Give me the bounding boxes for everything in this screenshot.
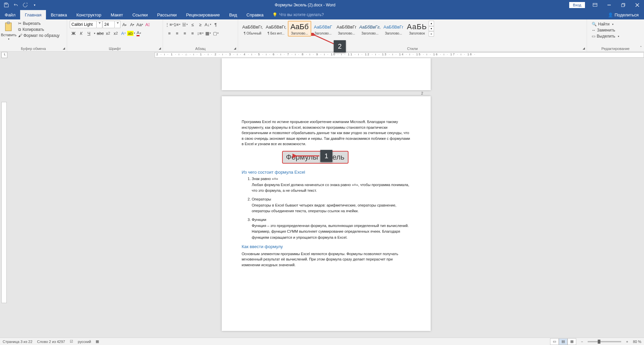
sort-button[interactable]: A↓ [204, 21, 212, 28]
underline-button[interactable]: Ч [85, 30, 93, 37]
underline-dropdown-icon[interactable]: ▾ [93, 30, 96, 37]
bullets-button[interactable]: ⋮≡ [166, 21, 173, 28]
style-heading5[interactable]: АаБбВвГгЗаголово... [382, 21, 405, 37]
highlight-button[interactable]: ab [127, 30, 135, 37]
style-title[interactable]: АаБЬЗаголовок [405, 21, 429, 37]
login-button[interactable]: Вход [569, 2, 585, 8]
subscript-button[interactable]: x2 [104, 30, 112, 37]
style-preview: АаБбВвГг, [242, 22, 263, 32]
tab-design[interactable]: Конструктор [72, 10, 106, 19]
cut-button[interactable]: ✂Вырезать [17, 21, 61, 26]
chevron-down-icon: ▾ [612, 23, 613, 26]
select-button[interactable]: ▭Выделить▾ [590, 34, 621, 39]
style-name: Заголово... [383, 32, 404, 35]
tab-insert[interactable]: Вставка [46, 10, 71, 19]
paste-button[interactable]: Вставить ▾ [1, 20, 16, 41]
share-icon: 👤 [608, 12, 613, 17]
tab-review[interactable]: Рецензирование [181, 10, 224, 19]
decrease-indent-button[interactable]: ≤ [189, 21, 196, 28]
style-preview: АаБбВвГг [383, 22, 403, 32]
find-button[interactable]: 🔍Найти▾ [590, 21, 621, 27]
chevron-down-icon: ▾ [618, 35, 619, 38]
styles-scroll: ▴ ▾ ≡ [429, 21, 434, 37]
style-name: Заголовок [406, 32, 428, 35]
numbering-button[interactable]: 1≡ [173, 21, 181, 28]
font-group-label: Шрифт [68, 47, 161, 51]
shading-button[interactable]: ▦ [204, 30, 212, 37]
style-no-spacing[interactable]: АаБбВвГг,¶ Без инт... [264, 21, 288, 37]
replace-icon: ↔ [592, 28, 596, 33]
styles-group-label: Стили [239, 47, 585, 51]
increase-indent-button[interactable]: ≥ [197, 21, 204, 28]
italic-button[interactable]: К [77, 30, 85, 37]
font-size-input[interactable]: 24 [103, 21, 115, 28]
replace-button[interactable]: ↔Заменить [590, 27, 621, 33]
style-heading1[interactable]: АаБбЗаголово... [288, 21, 311, 37]
justify-button[interactable]: ≡ [189, 30, 196, 37]
align-right-button[interactable]: ≡ [181, 30, 189, 37]
tab-selector-icon[interactable]: └ [1, 52, 7, 58]
ruler-marks: 2 · ı · 1 · ı · ⌂ · ı · 1 · ı · 2 · ı · … [155, 53, 476, 56]
ruler-area: └ 2 · ı · 1 · ı · ⌂ · ı · 1 · ı · 2 · ı … [0, 52, 644, 58]
chevron-down-icon: ▾ [8, 38, 9, 41]
tab-mailings[interactable]: Рассылки [152, 10, 181, 19]
style-heading3[interactable]: АаБбВвГгЗаголово... [335, 21, 358, 37]
multilevel-button[interactable]: ☱ [181, 21, 189, 28]
tab-home[interactable]: Главная [20, 10, 46, 19]
gallery-up-icon[interactable]: ▴ [429, 21, 434, 26]
clear-formatting-button[interactable]: A⃠ [144, 21, 151, 28]
align-left-button[interactable]: ≡ [166, 30, 173, 37]
copy-label: Копировать [22, 27, 44, 32]
line-spacing-button[interactable]: ↕≡ [197, 30, 204, 37]
gallery-more-icon[interactable]: ≡ [429, 31, 434, 37]
style-heading4[interactable]: АаБбВвГг,Заголово... [358, 21, 382, 37]
font-color-button[interactable]: A [135, 30, 143, 37]
font-name-dropdown-icon[interactable]: ˅ [97, 21, 102, 28]
style-name: Заголово... [336, 32, 357, 35]
gallery-down-icon[interactable]: ▾ [429, 26, 434, 32]
bold-button[interactable]: Ж [70, 30, 77, 37]
save-icon[interactable] [3, 1, 10, 9]
paragraph-launcher-icon[interactable]: ◢ [232, 46, 237, 51]
qat-dropdown-icon[interactable]: ▾ [31, 1, 38, 9]
group-editing: 🔍Найти▾ ↔Заменить ▭Выделить▾ Редактирова… [587, 19, 644, 51]
tab-view[interactable]: Вид [224, 10, 242, 19]
tell-me[interactable]: 💡 Что вы хотите сделать? [268, 10, 328, 19]
tab-help[interactable]: Справка [242, 10, 268, 19]
style-name: ¶ Обычный [242, 32, 263, 35]
grow-font-button[interactable]: A▴ [121, 21, 128, 28]
tab-layout[interactable]: Макет [106, 10, 128, 19]
svg-rect-0 [5, 3, 7, 4]
format-painter-button[interactable]: 🖌Формат по образцу [17, 33, 61, 38]
undo-icon[interactable] [12, 1, 19, 9]
shrink-font-button[interactable]: A▾ [128, 21, 136, 28]
font-name-input[interactable]: Calibri Light [70, 21, 97, 28]
collapse-ribbon-icon[interactable]: ˄ [640, 46, 642, 50]
style-normal[interactable]: АаБбВвГг,¶ Обычный [241, 21, 264, 37]
borders-button[interactable]: ▢ [212, 30, 219, 37]
change-case-button[interactable]: Aa [136, 21, 144, 28]
redo-icon[interactable] [21, 1, 29, 9]
minimize-icon[interactable] [602, 0, 616, 10]
font-launcher-icon[interactable]: ◢ [157, 46, 162, 51]
maximize-icon[interactable] [616, 0, 630, 10]
font-size-dropdown-icon[interactable]: ˅ [115, 21, 120, 28]
close-icon[interactable] [631, 0, 644, 10]
styles-launcher-icon[interactable]: ◢ [581, 46, 586, 51]
horizontal-ruler[interactable]: 2 · ı · 1 · ı · ⌂ · ı · 1 · ı · 2 · ı · … [155, 52, 644, 58]
painter-label: Формат по образцу [23, 33, 60, 38]
share-button[interactable]: 👤 Поделиться [602, 10, 644, 19]
strikethrough-button[interactable]: abc [97, 30, 104, 37]
show-marks-button[interactable]: ¶ [212, 21, 219, 28]
text-effects-button[interactable]: A [120, 30, 127, 37]
align-center-button[interactable]: ≡ [173, 30, 181, 37]
ribbon-display-icon[interactable] [588, 0, 602, 10]
superscript-button[interactable]: x2 [112, 30, 119, 37]
style-preview: АаБб [290, 22, 309, 32]
tab-file[interactable]: Файл [0, 10, 20, 19]
tab-references[interactable]: Ссылки [128, 10, 153, 19]
clipboard-group-label: Буфер обмена [1, 47, 65, 51]
clipboard-launcher-icon[interactable]: ◢ [61, 46, 66, 51]
copy-button[interactable]: ⧉Копировать [17, 27, 61, 32]
share-label: Поделиться [614, 12, 639, 17]
